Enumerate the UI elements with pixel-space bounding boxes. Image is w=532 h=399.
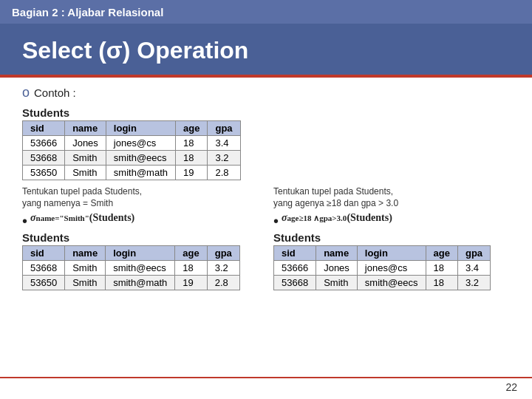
right-result-title: Students xyxy=(273,231,510,244)
r-col-gpa: gpa xyxy=(457,246,490,261)
contoh-bullet: o xyxy=(22,85,30,100)
left-hint: Tentukan tupel pada Students, yang namen… xyxy=(22,186,259,209)
right-formula-row: • σage≥18 ∧gpa>3.0(Students) xyxy=(273,212,510,228)
left-header-row: sid name login age gpa xyxy=(23,246,240,261)
table-row: 53668Smithsmith@eecs183.2 xyxy=(23,151,241,166)
table-row: 53668Smithsmith@eecs183.2 xyxy=(23,261,240,276)
left-result-table: sid name login age gpa 53668Smithsmith@e… xyxy=(22,245,240,290)
title-section: Select (σ) Operation xyxy=(0,24,532,75)
right-hint: Tentukan tupel pada Students, yang ageny… xyxy=(273,186,510,209)
right-result-table: sid name login age gpa 53666Jonesjones@c… xyxy=(273,245,491,290)
students-table: sid name login age gpa 53666Jonesjones@c… xyxy=(22,120,241,180)
header-bar: Bagian 2 : Aljabar Relasional xyxy=(0,0,532,24)
contoh-label: o Contoh : xyxy=(22,85,510,100)
r-col-sid: sid xyxy=(274,246,316,261)
left-column: Tentukan tupel pada Students, yang namen… xyxy=(22,186,259,290)
col-name: name xyxy=(65,121,106,136)
left-bullet: • xyxy=(22,214,27,228)
col-login: login xyxy=(106,121,175,136)
left-result-title: Students xyxy=(22,231,259,244)
l-col-gpa: gpa xyxy=(207,246,239,261)
right-header-row: sid name login age gpa xyxy=(274,246,491,261)
right-bullet: • xyxy=(273,214,279,228)
col-sid: sid xyxy=(23,121,65,136)
l-col-login: login xyxy=(106,246,175,261)
l-col-age: age xyxy=(175,246,207,261)
table-header-row: sid name login age gpa xyxy=(23,121,241,136)
table-row: 53650Smithsmith@math192.8 xyxy=(23,166,241,180)
l-col-sid: sid xyxy=(23,246,65,261)
table-row: 53666Jonesjones@cs183.4 xyxy=(274,261,491,276)
main-content: o Contoh : Students sid name login age g… xyxy=(0,78,532,298)
left-formula: σname="Smith"(Students) xyxy=(30,212,134,224)
students-table-section: Students sid name login age gpa 53666Jon… xyxy=(22,106,510,180)
table-row: 53650Smithsmith@math192.8 xyxy=(23,276,240,290)
right-formula: σage≥18 ∧gpa>3.0(Students) xyxy=(282,212,392,224)
header-title: Bagian 2 : Aljabar Relasional xyxy=(12,6,163,18)
r-col-name: name xyxy=(316,246,358,261)
table-row: 53666Jonesjones@cs183.4 xyxy=(23,136,241,151)
r-col-age: age xyxy=(426,246,457,261)
table-row: 53668Smithsmith@eecs183.2 xyxy=(274,276,491,290)
l-col-name: name xyxy=(65,246,106,261)
right-column: Tentukan tupel pada Students, yang ageny… xyxy=(273,186,510,290)
left-formula-row: • σname="Smith"(Students) xyxy=(22,212,259,228)
students-table-title: Students xyxy=(22,106,510,119)
col-gpa: gpa xyxy=(208,121,240,136)
two-col-section: Tentukan tupel pada Students, yang namen… xyxy=(22,186,510,290)
contoh-text: Contoh : xyxy=(34,86,76,99)
slide-title: Select (σ) Operation xyxy=(22,37,510,64)
page-number: 22 xyxy=(505,381,517,393)
bottom-red-divider xyxy=(0,377,532,378)
col-age: age xyxy=(176,121,208,136)
r-col-login: login xyxy=(357,246,426,261)
